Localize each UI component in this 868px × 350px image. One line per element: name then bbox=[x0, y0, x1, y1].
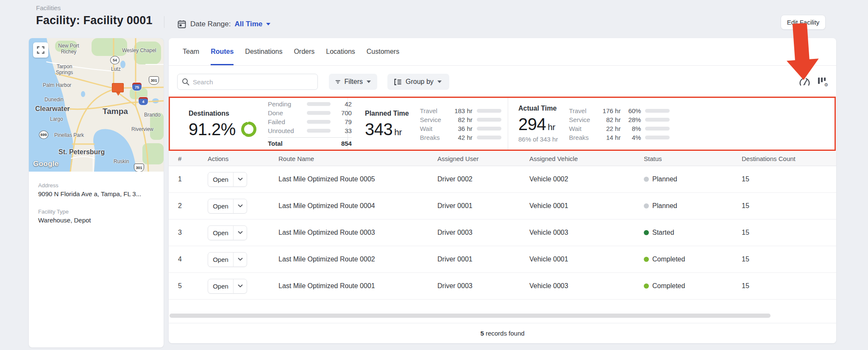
route-stats-bar-highlighted: Destinations 91.2% Pending 42 Done bbox=[169, 97, 836, 151]
tab-destinations[interactable]: Destinations bbox=[245, 38, 282, 65]
assigned-vehicle: Vehicle 0003 bbox=[529, 282, 644, 290]
bar bbox=[477, 109, 501, 113]
destinations-count: 15 bbox=[742, 256, 836, 263]
facility-map[interactable]: New Port Richey Wesley Chapel Tarpon Spr… bbox=[29, 38, 164, 172]
records-found-text: 5 records found bbox=[169, 330, 836, 337]
table-row[interactable]: 5 Open Last Mile Optimized Route 0001 Dr… bbox=[169, 273, 836, 300]
open-route-button[interactable]: Open bbox=[208, 252, 247, 267]
us-route-shield: 301 bbox=[134, 164, 144, 172]
open-dropdown-toggle[interactable] bbox=[233, 172, 247, 186]
table-row[interactable]: 2 Open Last Mile Optimized Route 0004 Dr… bbox=[169, 193, 836, 219]
assigned-vehicle: Vehicle 0001 bbox=[529, 202, 644, 210]
date-range-label: Date Range: bbox=[190, 20, 231, 28]
destinations-count: 15 bbox=[742, 229, 836, 236]
assigned-vehicle: Vehicle 0002 bbox=[529, 175, 644, 183]
open-route-button[interactable]: Open bbox=[208, 225, 247, 240]
actual-time-subtext: 86% of 343 hr bbox=[518, 136, 558, 143]
search-input[interactable] bbox=[193, 78, 313, 86]
assigned-vehicle: Vehicle 0003 bbox=[529, 229, 644, 236]
filters-label: Filters bbox=[344, 78, 363, 86]
chevron-down-icon bbox=[238, 258, 243, 261]
chevron-down-icon bbox=[238, 178, 243, 181]
dashboard-stats-toggle-button[interactable] bbox=[798, 75, 811, 88]
tab-locations[interactable]: Locations bbox=[326, 38, 355, 65]
table-row[interactable]: 4 Open Last Mile Optimized Route 0002 Dr… bbox=[169, 246, 836, 273]
filter-icon bbox=[335, 78, 340, 85]
assigned-vehicle: Vehicle 0001 bbox=[529, 256, 644, 263]
assigned-user: Driver 0003 bbox=[437, 229, 529, 236]
route-name[interactable]: Last Mile Optimized Route 0002 bbox=[278, 256, 437, 263]
open-route-button[interactable]: Open bbox=[208, 199, 247, 214]
map-city-label: Riverview bbox=[131, 126, 153, 132]
col-header-actions[interactable]: Actions bbox=[208, 155, 278, 162]
date-range-dropdown[interactable]: Date Range: All Time bbox=[177, 19, 270, 29]
chevron-down-icon bbox=[266, 23, 270, 25]
tab-routes[interactable]: Routes bbox=[211, 38, 234, 65]
assigned-user: Driver 0001 bbox=[437, 202, 529, 210]
table-body: 1 Open Last Mile Optimized Route 0005 Dr… bbox=[169, 166, 836, 300]
col-header-assigned-vehicle[interactable]: Assigned Vehicle bbox=[529, 155, 644, 162]
tab-customers[interactable]: Customers bbox=[367, 38, 399, 65]
address-label: Address bbox=[38, 182, 141, 189]
col-header-num[interactable]: # bbox=[178, 155, 208, 162]
bar bbox=[307, 129, 331, 133]
open-dropdown-toggle[interactable] bbox=[233, 226, 247, 240]
destinations-percent: 91.2% bbox=[189, 121, 236, 138]
divider bbox=[169, 323, 836, 323]
status-dot bbox=[644, 230, 649, 235]
open-dropdown-toggle[interactable] bbox=[233, 199, 247, 213]
status-badge: Planned bbox=[652, 175, 677, 183]
status-dot bbox=[644, 257, 649, 262]
facility-info-card: New Port Richey Wesley Chapel Tarpon Spr… bbox=[29, 38, 164, 347]
group-by-button[interactable]: Group by bbox=[387, 74, 449, 90]
open-route-button[interactable]: Open bbox=[208, 172, 247, 187]
chevron-down-icon bbox=[238, 204, 243, 208]
actual-time-breakdown: Travel 176 hr 60% Service 82 hr 28% Wait… bbox=[569, 107, 670, 141]
address-value: 9090 N Florida Ave a, Tampa, FL 3... bbox=[38, 190, 141, 197]
route-name[interactable]: Last Mile Optimized Route 0004 bbox=[278, 202, 437, 210]
table-row[interactable]: 1 Open Last Mile Optimized Route 0005 Dr… bbox=[169, 166, 836, 193]
stat-row: Pending 42 bbox=[268, 100, 352, 107]
total-row: Total 854 bbox=[268, 137, 352, 147]
toolbar: Filters Group by ⚙ bbox=[169, 66, 836, 97]
route-name[interactable]: Last Mile Optimized Route 0003 bbox=[278, 229, 437, 236]
chevron-down-icon bbox=[367, 81, 371, 83]
search-box[interactable] bbox=[177, 74, 318, 90]
route-name[interactable]: Last Mile Optimized Route 0005 bbox=[278, 175, 437, 183]
group-by-label: Group by bbox=[406, 78, 434, 86]
fullscreen-icon bbox=[37, 46, 45, 54]
edit-facility-button[interactable]: Edit Facility bbox=[781, 15, 826, 30]
facility-marker-icon[interactable] bbox=[112, 83, 124, 92]
stat-row: Service 82 hr 28% bbox=[569, 116, 670, 123]
map-city-label: Ruskin bbox=[114, 158, 129, 164]
filters-button[interactable]: Filters bbox=[329, 74, 377, 90]
tab-orders[interactable]: Orders bbox=[294, 38, 314, 65]
search-icon bbox=[182, 78, 189, 86]
open-route-button[interactable]: Open bbox=[208, 279, 247, 294]
assigned-user: Driver 0001 bbox=[437, 256, 529, 263]
open-dropdown-toggle[interactable] bbox=[233, 279, 247, 293]
bar bbox=[477, 136, 501, 139]
route-name[interactable]: Last Mile Optimized Route 0001 bbox=[278, 282, 437, 290]
tab-team[interactable]: Team bbox=[183, 38, 199, 65]
map-city-label: Dunedin bbox=[45, 97, 64, 103]
horizontal-scrollbar[interactable] bbox=[170, 314, 771, 318]
stat-row: Travel 183 hr bbox=[420, 107, 501, 114]
divider bbox=[164, 16, 164, 28]
table-header: # Actions Route Name Assigned User Assig… bbox=[169, 152, 836, 166]
col-header-assigned-user[interactable]: Assigned User bbox=[437, 155, 529, 162]
map-city-label: Palm Harbor bbox=[43, 82, 71, 88]
col-header-destinations-count[interactable]: Destinations Count bbox=[742, 155, 836, 162]
progress-ring-icon bbox=[241, 121, 257, 137]
breadcrumb[interactable]: Facilities bbox=[36, 4, 61, 11]
col-header-route-name[interactable]: Route Name bbox=[278, 155, 437, 162]
map-city-label: Pinellas Park bbox=[54, 132, 84, 138]
col-header-status[interactable]: Status bbox=[644, 155, 742, 162]
planned-time-stat-section: Planned Time 343hr Travel 183 hr Service… bbox=[348, 98, 508, 150]
open-dropdown-toggle[interactable] bbox=[233, 253, 247, 267]
route-shield: 54 bbox=[110, 56, 120, 64]
map-fullscreen-button[interactable] bbox=[33, 42, 48, 58]
table-row[interactable]: 3 Open Last Mile Optimized Route 0003 Dr… bbox=[169, 219, 836, 246]
column-settings-button[interactable]: ⚙ bbox=[815, 75, 829, 88]
status-badge: Completed bbox=[652, 282, 685, 290]
